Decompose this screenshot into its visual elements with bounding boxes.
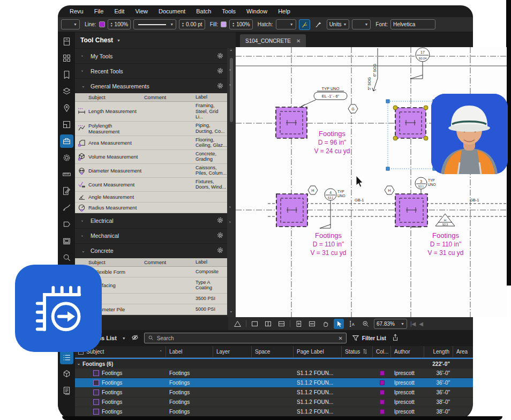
footing-label-3[interactable]: Footings D = 110 in" V = 31 cu yd [427,231,463,257]
gear-icon[interactable] [216,52,224,61]
gear-icon[interactable] [216,82,224,91]
footing-markup-3[interactable] [276,194,307,227]
menu-help[interactable]: Help [278,8,290,14]
flags-icon[interactable] [60,218,73,231]
markups-search-box[interactable]: ✕ [144,333,347,343]
hide-markups-icon[interactable] [131,334,139,342]
tool-row-angle[interactable]: Angle Measurement [75,192,227,202]
section-concrete[interactable]: ⌄Concrete [75,243,236,258]
col-length[interactable]: Length [424,346,453,357]
col-page-label[interactable]: Page Label [294,346,342,357]
menu-revu[interactable]: Revu [70,8,84,14]
drawing-canvas[interactable]: 6" SOG 5" SOG 17 S0.04 TYP UNO [236,47,507,317]
fill-opacity-stepper[interactable]: ▲▼100% [229,19,253,29]
select-text-icon[interactable]: A [347,319,357,329]
line-style-dropdown[interactable]: ▼ [133,19,176,29]
section-general-measurements[interactable]: ⌄General Measurements [75,78,236,93]
menu-batch[interactable]: Batch [196,8,211,14]
measurements-icon[interactable] [60,168,73,181]
calibrate-tool-button[interactable] [299,19,310,30]
bookmarks-icon[interactable] [60,68,73,81]
tool-chest-icon[interactable] [60,134,73,148]
share-icon[interactable] [392,334,399,342]
tab-s104-concrete[interactable]: S104_CONCRETE✕ [240,34,306,47]
stepper-arrows[interactable]: ▲▼ [182,22,184,27]
line-opacity-stepper[interactable]: ▲▼100% [108,19,131,29]
model-3d-icon[interactable] [60,368,73,381]
scroll-down-icon[interactable]: ⌄ [229,309,233,313]
file-access-icon[interactable] [60,35,73,48]
stepper-arrows[interactable]: ▲▼ [110,22,113,27]
color-swatch[interactable] [380,409,385,414]
col-subject[interactable]: Subject [88,259,144,265]
tool-chest-header[interactable]: Tool Chest▼ [75,32,236,48]
tool-row-polylength[interactable]: Polylength MeasurementPiping, Ducting, C… [75,122,227,136]
gear-icon[interactable] [216,231,224,240]
chevron-right-icon[interactable]: › [229,205,231,209]
fit-page-icon[interactable] [294,319,304,329]
footing-markup-4[interactable] [395,194,427,227]
tool-row-diameter[interactable]: Diameter MeasurementCaissons, Piles, Col… [75,164,227,178]
col-label[interactable]: Label [196,259,227,265]
col-area[interactable]: Area [453,346,473,357]
tool-row-count[interactable]: Count MeasurementFixtures, Doors, Wind..… [75,178,227,192]
leader-tool-button[interactable] [313,19,324,30]
paragraph-dropdown[interactable]: ▼ [352,19,371,29]
stepper-arrows[interactable]: ▲▼ [232,22,235,27]
select-tool-icon[interactable] [334,319,344,329]
menu-window[interactable]: Window [246,8,267,14]
single-pane-icon[interactable] [250,319,260,329]
filter-list-button[interactable]: Filter List [352,334,386,342]
col-color[interactable]: Col... [373,346,391,357]
hatch-dropdown[interactable]: ▼ [276,19,296,29]
elevation-callout[interactable]: TYP UNO EL -1' - 6" [301,86,347,108]
line-color-swatch[interactable] [99,21,105,27]
tool-row-volume[interactable]: Volume MeasurementConcrete, Grading [75,150,227,164]
section-my-tools[interactable]: ›My Tools [75,48,236,63]
section-electrical[interactable]: ›Electrical [75,213,236,228]
gear-icon[interactable] [216,67,224,76]
fill-color-swatch[interactable] [221,21,227,27]
color-swatch[interactable] [380,371,385,376]
detail-callout-4[interactable]: 4 S3.1 TYP UNO [320,189,345,228]
markup-summary-icon[interactable] [60,184,73,198]
split-vertical-icon[interactable] [263,319,273,329]
fit-width-icon[interactable] [307,319,317,329]
zoom-level-dropdown[interactable]: 67.83%▼ [374,319,407,329]
places-icon[interactable] [60,101,73,115]
menu-tools[interactable]: Tools [222,8,236,14]
tool-preset-dropdown[interactable]: ▼ [61,19,80,29]
markups-list-icon[interactable] [60,351,73,364]
col-subject[interactable]: Subject [88,94,144,100]
detail-callout-17[interactable]: 17 S0.04 [410,48,430,79]
pan-hand-icon[interactable] [320,319,330,329]
col-author[interactable]: Author [391,346,424,357]
signature-icon[interactable] [60,201,73,214]
split-horizontal-icon[interactable] [276,319,287,329]
close-icon[interactable]: ✕ [296,38,300,44]
col-label[interactable]: Label [196,94,227,100]
units-dropdown[interactable]: Units▼ [327,19,350,29]
markups-group-row[interactable]: ⌄ Footings (6) 222'-0" [75,358,473,369]
color-swatch[interactable] [380,400,385,404]
tool-chest-scrollbar[interactable]: ⌃ › › › › ⌄ [227,48,236,317]
scroll-up-icon[interactable]: ⌃ [229,49,233,54]
line-width-stepper[interactable]: ▲▼0.00 pt [179,19,205,29]
layers-icon[interactable] [60,85,73,98]
chevron-right-icon[interactable]: › [229,82,231,87]
menu-view[interactable]: View [135,8,148,14]
color-swatch[interactable] [380,390,385,395]
col-space[interactable]: Space [252,346,294,357]
tool-row-radius[interactable]: Radius Measurement [75,202,227,213]
menu-file[interactable]: File [94,8,104,14]
clear-search-icon[interactable]: ✕ [338,335,342,341]
zoom-tool-icon[interactable] [360,319,371,329]
section-mechanical[interactable]: ›Mechanical [75,228,236,243]
thumbnails-icon[interactable] [60,51,73,65]
footing-markup-1[interactable] [276,107,307,138]
markup-row[interactable]: Footings Footings S1.1.2 FOUN... lpresco… [75,388,473,398]
first-page-icon[interactable]: |◀ [410,321,416,327]
javascript-icon[interactable] [60,384,73,398]
markup-row[interactable]: Footings Footings S1.1.2 FOUN... lpresco… [75,407,473,417]
chevron-right-icon[interactable]: › [229,68,231,72]
